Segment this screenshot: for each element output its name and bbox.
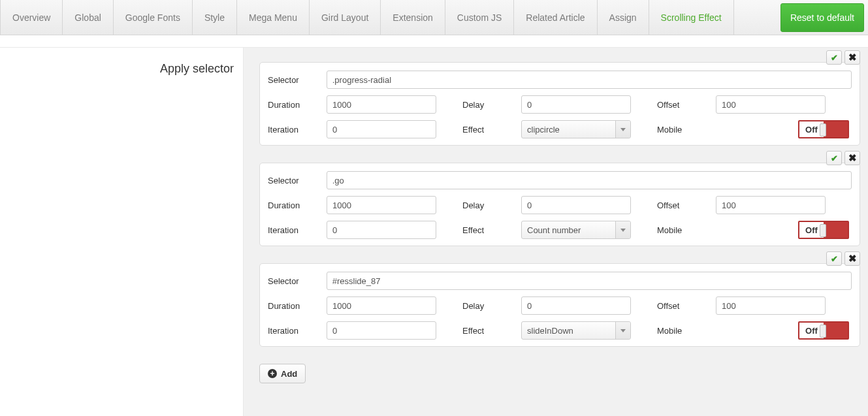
effect-select[interactable]: slideInDown [521, 321, 631, 340]
effect-select[interactable]: Count number [521, 221, 631, 239]
selector-label: Selector [268, 176, 327, 185]
iteration-input[interactable] [327, 120, 436, 138]
offset-label: Offset [657, 100, 716, 110]
iteration-label: Iteration [268, 225, 327, 235]
mobile-toggle[interactable]: Off [798, 321, 849, 340]
duration-input[interactable] [327, 196, 436, 214]
effect-label: Effect [462, 225, 521, 235]
effect-label: Effect [462, 326, 521, 336]
delay-label: Delay [462, 100, 521, 110]
section-title: Apply selector [0, 48, 243, 416]
add-button[interactable]: +Add [259, 364, 306, 383]
selector-card: ✔✖SelectorDurationDelayOffsetIterationEf… [259, 163, 860, 246]
duration-input[interactable] [327, 296, 436, 315]
close-icon[interactable]: ✖ [844, 151, 860, 165]
mobile-toggle[interactable]: Off [798, 221, 849, 239]
offset-input[interactable] [716, 95, 826, 114]
offset-label: Offset [657, 301, 716, 311]
offset-input[interactable] [716, 296, 826, 315]
tab-bar: OverviewGlobalGoogle FontsStyleMega Menu… [0, 0, 868, 35]
tab-extension[interactable]: Extension [381, 0, 445, 35]
selector-input[interactable] [327, 272, 852, 290]
delay-input[interactable] [521, 95, 631, 114]
offset-input[interactable] [716, 196, 826, 214]
selector-list: ✔✖SelectorDurationDelayOffsetIterationEf… [243, 48, 868, 416]
effect-label: Effect [462, 125, 521, 135]
tab-related-article[interactable]: Related Article [514, 0, 597, 35]
iteration-input[interactable] [327, 221, 436, 239]
page-body: Apply selector ✔✖SelectorDurationDelayOf… [0, 47, 868, 416]
delay-input[interactable] [521, 196, 631, 214]
tab-assign[interactable]: Assign [598, 0, 649, 35]
tab-gird-layout[interactable]: Gird Layout [310, 0, 381, 35]
mobile-toggle[interactable]: Off [798, 120, 849, 138]
selector-card: ✔✖SelectorDurationDelayOffsetIterationEf… [259, 263, 860, 347]
tab-overview[interactable]: Overview [0, 0, 63, 35]
delay-label: Delay [462, 200, 521, 210]
delay-input[interactable] [521, 296, 631, 315]
effect-select[interactable]: clipcircle [521, 120, 631, 138]
close-icon[interactable]: ✖ [844, 50, 860, 65]
close-icon[interactable]: ✖ [844, 251, 860, 266]
mobile-label: Mobile [657, 225, 716, 235]
offset-label: Offset [657, 200, 716, 210]
delay-label: Delay [462, 301, 521, 311]
reset-to-default-button[interactable]: Reset to default [780, 3, 864, 32]
duration-input[interactable] [327, 95, 436, 114]
selector-label: Selector [268, 75, 327, 85]
confirm-icon[interactable]: ✔ [826, 251, 842, 266]
plus-icon: + [268, 369, 277, 378]
iteration-label: Iteration [268, 326, 327, 336]
duration-label: Duration [268, 200, 327, 210]
tab-custom-js[interactable]: Custom JS [445, 0, 514, 35]
selector-label: Selector [268, 276, 327, 286]
confirm-icon[interactable]: ✔ [826, 50, 842, 65]
duration-label: Duration [268, 301, 327, 311]
confirm-icon[interactable]: ✔ [826, 151, 842, 165]
mobile-label: Mobile [657, 125, 716, 135]
selector-input[interactable] [327, 171, 852, 189]
tab-scrolling-effect[interactable]: Scrolling Effect [649, 0, 734, 35]
mobile-label: Mobile [657, 326, 716, 336]
selector-input[interactable] [327, 71, 852, 89]
tab-style[interactable]: Style [193, 0, 237, 35]
tab-global[interactable]: Global [63, 0, 113, 35]
duration-label: Duration [268, 100, 327, 110]
tab-mega-menu[interactable]: Mega Menu [237, 0, 310, 35]
iteration-input[interactable] [327, 321, 436, 340]
tab-google-fonts[interactable]: Google Fonts [114, 0, 193, 35]
selector-card: ✔✖SelectorDurationDelayOffsetIterationEf… [259, 62, 860, 146]
iteration-label: Iteration [268, 125, 327, 135]
